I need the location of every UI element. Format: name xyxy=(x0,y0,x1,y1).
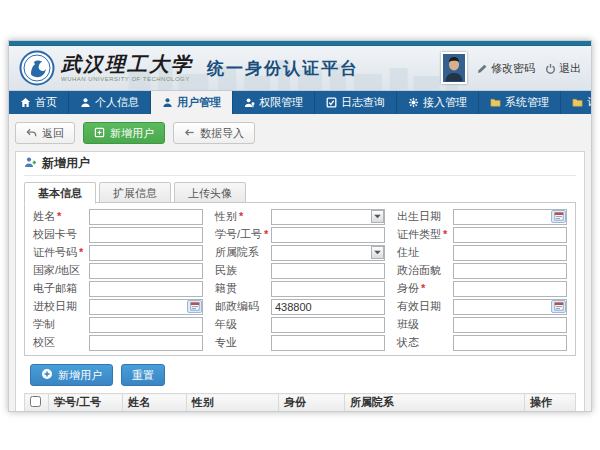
platform-title: 统一身份认证平台 xyxy=(207,57,359,80)
data-import-label: 数据导入 xyxy=(200,126,244,141)
form-field: 性别* xyxy=(209,208,391,225)
column-header: 操作 xyxy=(525,394,576,412)
form-field: 电子邮箱 xyxy=(27,280,209,297)
field-label: 专业 xyxy=(209,335,271,350)
field-input[interactable] xyxy=(271,227,385,243)
field-input[interactable] xyxy=(89,317,203,333)
form-field: 学制 xyxy=(27,316,209,333)
reset-button-label: 重置 xyxy=(132,368,154,383)
logout-link[interactable]: 退出 xyxy=(545,61,581,76)
field-input[interactable] xyxy=(453,227,567,243)
tab-2[interactable]: 扩展信息 xyxy=(99,182,171,203)
field-input[interactable] xyxy=(271,299,385,315)
field-input[interactable] xyxy=(453,335,567,351)
add-user-toolbar-button[interactable]: 新增用户 xyxy=(83,122,165,144)
user-avatar xyxy=(441,52,467,84)
field-label: 性别* xyxy=(209,209,271,224)
field-label: 校园卡号 xyxy=(27,227,89,242)
field-input[interactable] xyxy=(271,209,385,225)
form-field: 年级 xyxy=(209,316,391,333)
nav-item-3[interactable]: 用户管理 xyxy=(151,91,233,114)
calendar-icon[interactable] xyxy=(551,300,566,313)
gear-icon xyxy=(408,97,419,108)
nav-item-label: 首页 xyxy=(35,95,57,110)
field-input[interactable] xyxy=(453,209,567,225)
field-input[interactable] xyxy=(453,245,567,261)
field-input[interactable] xyxy=(89,335,203,351)
new-user-icon xyxy=(94,127,105,140)
nav-item-2[interactable]: 个人信息 xyxy=(69,91,151,114)
user-icon xyxy=(162,97,173,108)
chevron-down-icon[interactable] xyxy=(371,246,384,259)
form-field: 专业 xyxy=(209,334,391,351)
field-label: 校区 xyxy=(27,335,89,350)
submit-add-user-button[interactable]: 新增用户 xyxy=(30,364,113,386)
app-window: 武汉理工大学 WUHAN UNIVERSITY OF TECHNOLOGY 统一… xyxy=(8,40,592,412)
form-box: 姓名*性别*出生日期校园卡号学号/工号*证件类型*证件号码*所属院系住址国家/地… xyxy=(24,202,576,356)
form-field: 证件类型* xyxy=(391,226,573,243)
field-label: 姓名* xyxy=(27,209,89,224)
nav-item-5[interactable]: 日志查询 xyxy=(315,91,397,114)
column-header: 所属院系 xyxy=(345,394,525,412)
folder-icon xyxy=(572,97,583,108)
user-icon xyxy=(80,97,91,108)
back-arrow-icon xyxy=(26,127,37,140)
form-field: 出生日期 xyxy=(391,208,573,225)
select-all-cell xyxy=(25,394,49,412)
toolbar: 返回 新增用户 数据导入 xyxy=(15,122,585,144)
change-password-link[interactable]: 修改密码 xyxy=(477,61,535,76)
field-input[interactable] xyxy=(89,209,203,225)
university-titles: 武汉理工大学 WUHAN UNIVERSITY OF TECHNOLOGY xyxy=(61,54,193,82)
field-input[interactable] xyxy=(453,299,567,315)
nav-item-label: 用户管理 xyxy=(177,95,221,110)
field-label: 住址 xyxy=(391,245,453,260)
plus-circle-icon xyxy=(41,368,53,382)
form-field: 证件号码* xyxy=(27,244,209,261)
chevron-down-icon[interactable] xyxy=(371,210,384,223)
form-field: 政治面貌 xyxy=(391,262,573,279)
field-label: 状态 xyxy=(391,335,453,350)
form-field: 姓名* xyxy=(27,208,209,225)
field-input[interactable] xyxy=(453,263,567,279)
data-import-button[interactable]: 数据导入 xyxy=(173,122,255,144)
field-input[interactable] xyxy=(89,227,203,243)
field-label: 学制 xyxy=(27,317,89,332)
field-input[interactable] xyxy=(89,281,203,297)
form-field: 学号/工号* xyxy=(209,226,391,243)
form-field: 进校日期 xyxy=(27,298,209,315)
logout-label: 退出 xyxy=(559,61,581,76)
field-input[interactable] xyxy=(271,335,385,351)
field-input[interactable] xyxy=(271,317,385,333)
header: 武汉理工大学 WUHAN UNIVERSITY OF TECHNOLOGY 统一… xyxy=(9,46,591,91)
nav-item-8[interactable]: 订阅管理 xyxy=(561,91,592,114)
nav-item-4[interactable]: 权限管理 xyxy=(233,91,315,114)
column-header: 身份 xyxy=(279,394,345,412)
nav-item-label: 日志查询 xyxy=(341,95,385,110)
tab-3[interactable]: 上传头像 xyxy=(174,182,246,203)
empty-table-row xyxy=(25,412,576,413)
field-label: 班级 xyxy=(391,317,453,332)
field-label: 民族 xyxy=(209,263,271,278)
nav-item-label: 接入管理 xyxy=(423,95,467,110)
field-input[interactable] xyxy=(89,263,203,279)
field-input[interactable] xyxy=(89,299,203,315)
nav-item-7[interactable]: 系统管理 xyxy=(479,91,561,114)
home-icon xyxy=(20,97,31,108)
select-all-checkbox[interactable] xyxy=(30,396,41,407)
field-input[interactable] xyxy=(271,245,385,261)
field-input[interactable] xyxy=(453,317,567,333)
nav-item-1[interactable]: 首页 xyxy=(9,91,69,114)
calendar-icon[interactable] xyxy=(551,210,566,223)
calendar-icon[interactable] xyxy=(187,300,202,313)
field-input[interactable] xyxy=(89,245,203,261)
reset-button[interactable]: 重置 xyxy=(121,364,165,386)
column-header: 性别 xyxy=(187,394,279,412)
field-label: 籍贯 xyxy=(209,281,271,296)
nav-item-6[interactable]: 接入管理 xyxy=(397,91,479,114)
tab-1[interactable]: 基本信息 xyxy=(24,182,96,204)
back-button[interactable]: 返回 xyxy=(15,122,75,144)
field-input[interactable] xyxy=(271,263,385,279)
field-input[interactable] xyxy=(453,281,567,297)
field-input[interactable] xyxy=(271,281,385,297)
form-field: 有效日期 xyxy=(391,298,573,315)
